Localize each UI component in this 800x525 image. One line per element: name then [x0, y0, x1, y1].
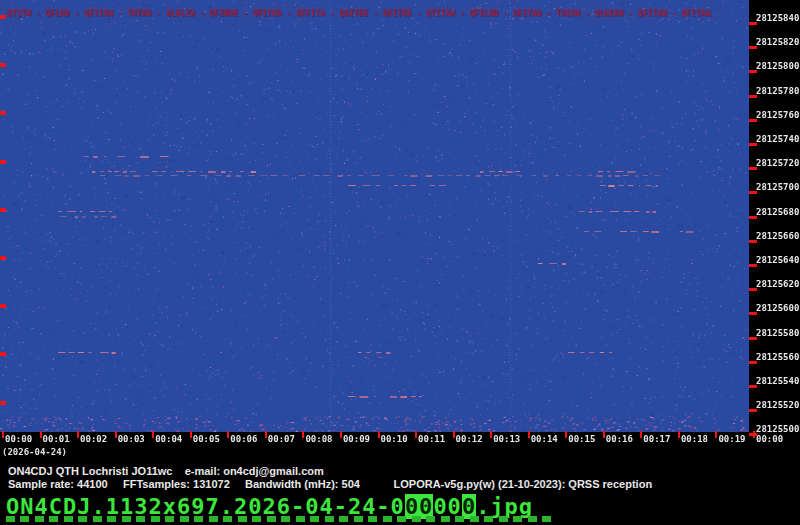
left-tick — [0, 256, 6, 260]
top-banner-text: QTITW - QFLND - QFITAW - THTAW - QLHLIW … — [7, 9, 745, 18]
freq-tick — [749, 288, 757, 291]
freq-tick — [749, 361, 757, 364]
left-tick — [0, 208, 6, 212]
time-tick — [640, 431, 642, 438]
freq-label: 28125700 — [756, 182, 799, 192]
time-tick — [265, 431, 267, 438]
freq-label: 28125760 — [756, 110, 799, 120]
time-label: 00:10 — [381, 434, 408, 444]
freq-tick — [749, 70, 757, 73]
qrss-grabber-screenshot: QTITW - QFLND - QFITAW - THTAW - QLHLIW … — [0, 0, 800, 525]
freq-tick — [749, 409, 757, 412]
time-tick — [115, 431, 117, 438]
time-label: 00:13 — [493, 434, 520, 444]
time-label: 00:08 — [305, 434, 332, 444]
freq-label: 28125600 — [756, 303, 799, 313]
freq-tick — [749, 264, 757, 267]
waterfall-canvas — [0, 0, 749, 432]
time-label: 00:02 — [80, 434, 107, 444]
freq-tick — [749, 143, 757, 146]
freq-tick — [749, 337, 757, 340]
time-tick — [415, 431, 417, 438]
freq-tick — [749, 191, 757, 194]
time-label: 00:19 — [718, 434, 745, 444]
freq-label: 28125640 — [756, 255, 799, 265]
waterfall-plot: QTITW - QFLND - QFITAW - THTAW - QLHLIW … — [0, 0, 749, 432]
freq-label: 28125740 — [756, 134, 799, 144]
freq-label: 28125800 — [756, 61, 799, 71]
freq-tick — [749, 119, 757, 122]
time-tick — [603, 431, 605, 438]
time-label: 00:00 — [756, 434, 783, 444]
time-label: 00:09 — [343, 434, 370, 444]
time-tick — [340, 431, 342, 438]
time-label: 00:14 — [531, 434, 558, 444]
freq-tick — [749, 95, 757, 98]
time-tick — [152, 431, 154, 438]
time-tick — [715, 431, 717, 438]
left-tick — [0, 352, 6, 356]
freq-tick — [749, 22, 757, 25]
time-label: 00:15 — [568, 434, 595, 444]
time-label: 00:05 — [193, 434, 220, 444]
freq-label: 28125820 — [756, 37, 799, 47]
time-label: 00:18 — [681, 434, 708, 444]
time-tick — [528, 431, 530, 438]
freq-label: 28125620 — [756, 279, 799, 289]
time-tick — [565, 431, 567, 438]
settings-info-line: Sample rate: 44100 FFTsamples: 131072 Ba… — [8, 478, 652, 490]
left-tick — [0, 401, 6, 405]
time-label: 00:07 — [268, 434, 295, 444]
time-label: 00:01 — [43, 434, 70, 444]
time-tick — [77, 431, 79, 438]
station-info-line: ON4CDJ QTH Lochristi JO11wc e-mail: on4c… — [8, 465, 324, 477]
time-label: 00:16 — [606, 434, 633, 444]
freq-tick — [749, 216, 757, 219]
left-tick — [0, 111, 6, 115]
time-tick — [302, 431, 304, 438]
time-label: 00:06 — [230, 434, 257, 444]
freq-label: 28125680 — [756, 207, 799, 217]
freq-label: 28125720 — [756, 158, 799, 168]
time-tick — [40, 431, 42, 438]
left-tick — [0, 63, 6, 67]
left-tick — [0, 160, 6, 164]
time-label: 00:04 — [155, 434, 182, 444]
time-tick — [453, 431, 455, 438]
time-tick — [227, 431, 229, 438]
freq-label: 28125660 — [756, 231, 799, 241]
left-tick — [0, 304, 6, 308]
left-tick — [0, 15, 6, 19]
freq-tick — [749, 385, 757, 388]
time-tick — [678, 431, 680, 438]
time-tick — [753, 431, 755, 438]
freq-label: 28125780 — [756, 86, 799, 96]
date-label: (2026-04-24) — [2, 447, 67, 457]
time-label: 00:12 — [456, 434, 483, 444]
freq-tick — [749, 312, 757, 315]
time-tick — [2, 431, 4, 438]
time-tick — [378, 431, 380, 438]
time-tick — [490, 431, 492, 438]
freq-tick — [749, 46, 757, 49]
freq-label: 28125520 — [756, 400, 799, 410]
time-tick — [190, 431, 192, 438]
freq-label: 28125500 — [756, 424, 799, 434]
time-label: 00:03 — [118, 434, 145, 444]
freq-label: 28125540 — [756, 376, 799, 386]
time-label: 00:11 — [418, 434, 445, 444]
freq-label: 28125580 — [756, 328, 799, 338]
freq-label: 28125560 — [756, 352, 799, 362]
freq-label: 28125840 — [756, 13, 799, 23]
freq-tick — [749, 167, 757, 170]
time-label: 00:17 — [643, 434, 670, 444]
green-dash-row — [6, 516, 556, 522]
freq-tick — [749, 240, 757, 243]
time-label: 00:00 — [5, 434, 32, 444]
